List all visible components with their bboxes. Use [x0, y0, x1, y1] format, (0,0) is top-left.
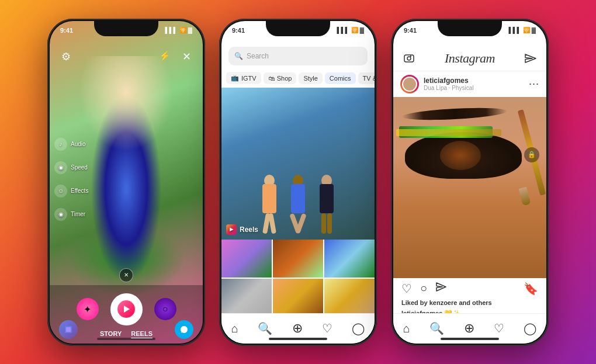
- svg-rect-2: [66, 327, 71, 332]
- battery-icon-2: ▓: [360, 27, 364, 33]
- speed-menu-item[interactable]: ◉ Speed: [54, 161, 88, 174]
- phone-1-reels-camera: 9:41 ▌▌▌ 🛜 ▓ ⚙ ⚡ ✕ ♪ Audio ◉ Speed: [47, 19, 205, 346]
- liked-by-username[interactable]: kenzoere: [429, 299, 458, 306]
- post-actions: ♡ ○ 🔖: [393, 278, 546, 299]
- signal-icon-2: ▌▌▌: [337, 27, 349, 33]
- tab-style[interactable]: Style: [299, 72, 322, 84]
- home-nav-icon[interactable]: ⌂: [231, 322, 238, 335]
- effects-icon: ☺: [54, 185, 67, 197]
- dancer-leg-right-3: [327, 213, 332, 234]
- reels-shutter-icon: [122, 304, 131, 314]
- shutter-inner: [117, 300, 135, 318]
- more-options-button[interactable]: ···: [529, 78, 539, 90]
- thumbnail-grid: [221, 240, 375, 317]
- story-avatar[interactable]: [59, 320, 78, 339]
- tab-shop-label: Shop: [277, 75, 292, 82]
- thumb-2[interactable]: [273, 240, 323, 278]
- dancer-legs-3: [321, 213, 332, 234]
- tab-shop[interactable]: 🛍 Shop: [264, 72, 297, 84]
- settings-icon[interactable]: ⚙: [61, 50, 71, 63]
- dancer-body-2: [291, 184, 305, 213]
- post-subtitle: Dua Lipa · Physical: [424, 85, 474, 91]
- add-nav-icon[interactable]: ⊕: [292, 321, 303, 336]
- share-button[interactable]: [435, 282, 447, 295]
- battery-icon-3: ▓: [532, 27, 536, 33]
- reels-icon: ▶: [226, 224, 237, 235]
- dancer-legs-1: [264, 213, 275, 234]
- search-bar[interactable]: 🔍 Search: [228, 47, 368, 65]
- dancer-leg-left-3: [321, 213, 326, 234]
- profile-nav-icon-3[interactable]: ◯: [524, 321, 536, 335]
- speed-icon: ◉: [54, 161, 67, 174]
- audio-menu-item[interactable]: ♪ Audio: [54, 138, 88, 151]
- status-time-3: 9:41: [404, 27, 417, 34]
- comment-button[interactable]: ○: [420, 282, 427, 295]
- home-nav-icon-3[interactable]: ⌂: [403, 322, 410, 335]
- reels-label: ▶ Reels: [226, 224, 258, 235]
- thumb-3[interactable]: [324, 240, 375, 278]
- tab-comics[interactable]: Comics: [325, 72, 356, 84]
- eye-area: [405, 132, 522, 179]
- svg-rect-3: [404, 55, 414, 62]
- search-placeholder: Search: [247, 52, 269, 60]
- notch-2: [266, 21, 330, 36]
- timer-menu-item[interactable]: ◉ Timer: [54, 208, 88, 221]
- wifi-icon: 🛜: [179, 27, 186, 33]
- post-username[interactable]: leticiafgomes: [424, 77, 474, 85]
- tab-igtv[interactable]: 📺 IGTV: [226, 72, 261, 84]
- wifi-icon-3: 🛜: [523, 27, 530, 33]
- timer-label: Timer: [71, 211, 85, 217]
- mode-labels: STORY REELS: [100, 330, 153, 337]
- thumb-1[interactable]: [221, 240, 272, 278]
- featured-video[interactable]: [221, 88, 375, 240]
- thumb-6[interactable]: [324, 279, 375, 317]
- notch-1: [94, 21, 158, 36]
- reels-mode-label[interactable]: REELS: [131, 330, 153, 337]
- search-icon: 🔍: [234, 52, 243, 60]
- status-icons-3: ▌▌▌ 🛜 ▓: [508, 27, 536, 33]
- effect-option-pink[interactable]: ✦: [77, 298, 99, 320]
- dancer-body-1: [262, 184, 276, 213]
- battery-icon: ▓: [188, 27, 192, 33]
- home-indicator-2[interactable]: [269, 338, 327, 340]
- user-avatar-ring[interactable]: [400, 75, 419, 93]
- side-menu: ♪ Audio ◉ Speed ☺ Effects ◉ Timer: [54, 138, 88, 221]
- tab-tv-movies[interactable]: TV & Movie: [358, 72, 375, 84]
- reels-text: Reels: [240, 226, 258, 234]
- igtv-icon: 📺: [231, 74, 239, 82]
- close-effect-button[interactable]: ✕: [119, 268, 133, 282]
- thumb-4[interactable]: [221, 279, 272, 317]
- effects-menu-item[interactable]: ☺ Effects: [54, 185, 88, 197]
- camera-header-icon[interactable]: [403, 52, 415, 65]
- feed-screen: 9:41 ▌▌▌ 🛜 ▓ Instagram: [393, 21, 546, 344]
- send-icon[interactable]: [524, 53, 537, 64]
- search-nav-icon[interactable]: 🔍: [258, 321, 272, 335]
- liked-by-others: and others: [459, 299, 491, 306]
- sponsored-badge: 🔒: [524, 147, 539, 162]
- status-time-1: 9:41: [60, 27, 73, 34]
- heart-nav-icon-3[interactable]: ♡: [494, 321, 504, 335]
- phone-3-feed: 9:41 ▌▌▌ 🛜 ▓ Instagram: [391, 19, 549, 346]
- story-mode-label[interactable]: STORY: [100, 330, 122, 337]
- heart-nav-icon[interactable]: ♡: [322, 321, 332, 335]
- share-icon: [435, 282, 447, 292]
- svg-marker-0: [124, 306, 130, 313]
- liked-by-label: Liked by: [401, 299, 428, 306]
- flash-icon[interactable]: ⚡: [159, 50, 171, 61]
- close-icon[interactable]: ✕: [182, 50, 191, 63]
- dancers-scene: [221, 88, 375, 240]
- effect-option-purple[interactable]: ○: [154, 298, 176, 320]
- direct-messages-icon[interactable]: [175, 320, 193, 339]
- phone-2-explore: 9:41 ▌▌▌ 🛜 ▓ 🔍 Search 📺 IGTV: [219, 19, 377, 346]
- post-image[interactable]: [393, 97, 546, 278]
- shutter-button[interactable]: [110, 293, 143, 325]
- like-button[interactable]: ♡: [401, 282, 412, 296]
- save-button[interactable]: 🔖: [524, 282, 538, 296]
- post-header: leticiafgomes Dua Lipa · Physical ···: [393, 71, 546, 97]
- post-user-info: leticiafgomes Dua Lipa · Physical: [424, 77, 474, 91]
- search-nav-icon-3[interactable]: 🔍: [429, 321, 444, 335]
- profile-nav-icon[interactable]: ◯: [352, 321, 365, 335]
- home-indicator-3[interactable]: [441, 338, 499, 340]
- add-nav-icon-3[interactable]: ⊕: [464, 321, 474, 336]
- thumb-5[interactable]: [273, 279, 323, 317]
